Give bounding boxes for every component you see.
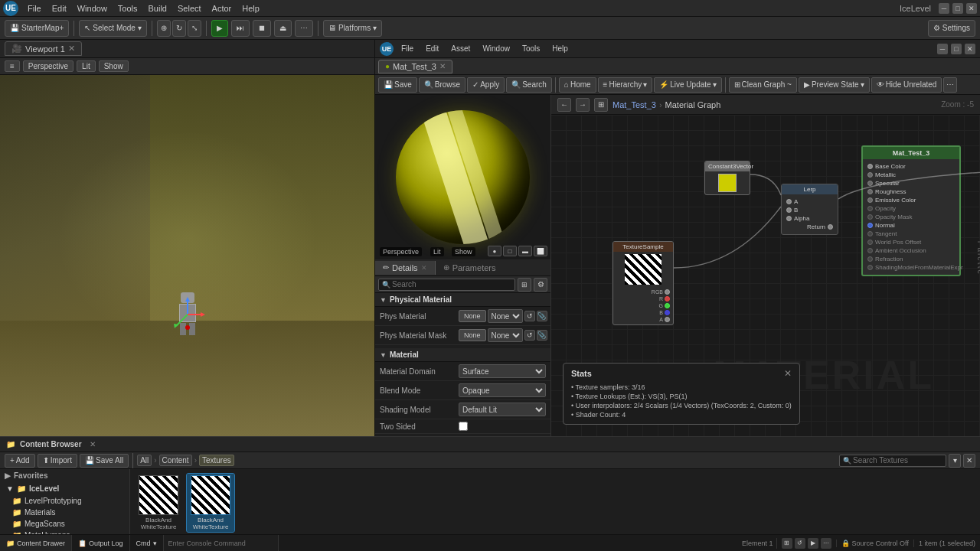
- favorites-section[interactable]: ▶ Favorites: [0, 469, 129, 482]
- add-btn[interactable]: + Add: [5, 454, 35, 468]
- preview-plane-btn[interactable]: ▬: [518, 246, 532, 256]
- menu-file[interactable]: File: [23, 2, 46, 15]
- cb-close-btn[interactable]: ✕: [90, 440, 96, 448]
- menu-actor[interactable]: Actor: [207, 2, 237, 15]
- hierarchy-btn[interactable]: ≡ Hierarchy ▾: [598, 77, 653, 93]
- status-tool2[interactable]: ↺: [795, 538, 805, 549]
- menu-edit[interactable]: Edit: [47, 2, 71, 15]
- nav-forward-btn[interactable]: →: [576, 98, 590, 112]
- hide-unrelated-btn[interactable]: 👁 Hide Unrelated: [871, 77, 942, 93]
- tree-item-megascans[interactable]: 📁 MegaScans: [0, 518, 129, 530]
- viewport-tab-close[interactable]: ✕: [68, 44, 75, 54]
- details-gear-btn[interactable]: ⚙: [534, 278, 547, 292]
- color-node[interactable]: Constant3Vector: [704, 161, 750, 195]
- menu-build[interactable]: Build: [144, 2, 172, 15]
- shading-select[interactable]: Default Lit: [459, 403, 546, 416]
- more-mat-btn[interactable]: ⋯: [943, 77, 957, 93]
- save-btn[interactable]: 💾 Save: [378, 77, 417, 93]
- output-log-tab[interactable]: 📋 Output Log: [72, 535, 129, 551]
- cb-filter-btn[interactable]: ▾: [949, 454, 961, 468]
- cb-path-all[interactable]: All: [137, 455, 152, 466]
- menu-help[interactable]: Help: [237, 2, 264, 15]
- asset-zebra-thumb[interactable]: BlackAnd WhiteTexture: [135, 474, 182, 532]
- rotate-btn[interactable]: ↻: [172, 20, 186, 37]
- mat-menu-window[interactable]: Window: [478, 43, 514, 54]
- phys-mask-reset-btn[interactable]: ↺: [524, 330, 535, 341]
- details-search-input[interactable]: [392, 280, 511, 289]
- more-btn[interactable]: ⋯: [295, 20, 313, 37]
- domain-select[interactable]: Surface: [459, 364, 546, 378]
- close-btn[interactable]: ✕: [966, 3, 977, 14]
- two-sided-checkbox[interactable]: [459, 422, 468, 431]
- phys-mask-browse-btn[interactable]: 📎: [537, 330, 547, 341]
- mat-menu-file[interactable]: File: [397, 43, 418, 54]
- phys-mask-none-btn[interactable]: None: [459, 329, 486, 341]
- show-btn[interactable]: Show: [99, 60, 129, 72]
- blend-select[interactable]: Opaque: [459, 383, 546, 397]
- graph-canvas[interactable]: MATERIAL Constant3Vector TextureSample: [551, 115, 980, 436]
- mat-document-tab[interactable]: ● Mat_Test_3 ✕: [378, 60, 452, 73]
- phys-none-btn[interactable]: None: [459, 310, 486, 322]
- select-mode-btn[interactable]: ↖ Select Mode ▾: [79, 20, 147, 37]
- mat-menu-help[interactable]: Help: [547, 43, 573, 54]
- status-tool1[interactable]: ⊞: [782, 538, 792, 549]
- cb-path-content[interactable]: Content: [159, 455, 192, 466]
- preview-sphere-btn[interactable]: ●: [488, 246, 501, 256]
- phys-material-select[interactable]: None: [488, 309, 523, 323]
- details-tab[interactable]: ✏ Details ✕: [375, 261, 436, 275]
- breadcrumb-icon-btn[interactable]: ⊞: [594, 98, 608, 112]
- mat-menu-asset[interactable]: Asset: [446, 43, 475, 54]
- preview-perspective-label[interactable]: Perspective: [380, 247, 422, 256]
- stats-close-btn[interactable]: ✕: [784, 368, 792, 379]
- content-drawer-tab[interactable]: 📁 Content Drawer: [0, 535, 72, 551]
- details-tab-close[interactable]: ✕: [421, 264, 427, 272]
- phys-browse-btn[interactable]: 📎: [537, 311, 547, 321]
- cb-path-textures[interactable]: Textures: [199, 455, 234, 466]
- search-mat-btn[interactable]: 🔍 Search: [506, 77, 552, 93]
- tree-item-level-proto[interactable]: 📁 LevelPrototyping: [0, 495, 129, 507]
- console-input[interactable]: [163, 535, 278, 551]
- import-btn[interactable]: ⬆ Import: [38, 454, 77, 468]
- texture-node[interactable]: TextureSample RGB R G B A: [612, 241, 674, 325]
- asset-selected-thumb[interactable]: BlackAnd WhiteTexture: [187, 474, 234, 532]
- cb-settings-btn[interactable]: ✕: [963, 454, 975, 468]
- preview-cylinder-btn[interactable]: ⬜: [534, 246, 547, 256]
- preview-show-label[interactable]: Show: [452, 247, 475, 256]
- cmd-tab[interactable]: Cmd ▾: [129, 535, 163, 551]
- mat-menu-edit[interactable]: Edit: [421, 43, 443, 54]
- maximize-btn[interactable]: □: [952, 3, 963, 14]
- material-section[interactable]: ▼ Material: [375, 348, 550, 362]
- save-all-btn[interactable]: 💾 Save All: [80, 454, 129, 468]
- menu-tools[interactable]: Tools: [113, 2, 142, 15]
- scale-btn[interactable]: ⤡: [188, 20, 201, 37]
- project-btn[interactable]: 💾 StarterMap+: [5, 20, 69, 37]
- status-tool3[interactable]: ▶: [808, 538, 818, 549]
- settings-btn[interactable]: ⚙ Settings: [928, 20, 975, 37]
- skip-btn[interactable]: ⏭: [231, 20, 250, 37]
- status-tool4[interactable]: ⋯: [821, 538, 831, 549]
- mat-menu-tools[interactable]: Tools: [518, 43, 544, 54]
- viewport-tab[interactable]: 🎥 Viewport 1 ✕: [5, 41, 82, 56]
- mat-tab-close[interactable]: ✕: [439, 62, 446, 70]
- perspective-btn[interactable]: Perspective: [23, 60, 74, 72]
- menu-window[interactable]: Window: [73, 2, 112, 15]
- apply-btn[interactable]: ✓ Apply: [467, 77, 505, 93]
- clean-graph-btn[interactable]: ⊞ Clean Graph ~: [729, 77, 797, 93]
- move-btn[interactable]: ⊕: [157, 20, 171, 37]
- menu-select[interactable]: Select: [173, 2, 206, 15]
- color-swatch[interactable]: [718, 174, 737, 192]
- platforms-btn[interactable]: 🖥 Platforms ▾: [323, 20, 382, 37]
- browse-btn[interactable]: 🔍 Browse: [419, 77, 466, 93]
- lit-btn[interactable]: Lit: [77, 60, 96, 72]
- breadcrumb-material[interactable]: Mat_Test_3: [612, 100, 656, 109]
- preview-box-btn[interactable]: □: [503, 246, 517, 256]
- phys-mask-select[interactable]: None: [488, 328, 523, 342]
- mat-minimize-btn[interactable]: ─: [937, 44, 948, 54]
- eject-btn[interactable]: ⏏: [274, 20, 292, 37]
- ice-level-root[interactable]: ▼ 📁 IceLevel: [0, 482, 129, 495]
- phys-reset-btn[interactable]: ↺: [524, 311, 535, 321]
- hamburger-btn[interactable]: ≡: [5, 60, 20, 72]
- preview-lit-label[interactable]: Lit: [430, 247, 444, 256]
- source-control[interactable]: 🔒 Source Control Off: [836, 540, 913, 547]
- cb-search-box[interactable]: 🔍: [839, 455, 946, 467]
